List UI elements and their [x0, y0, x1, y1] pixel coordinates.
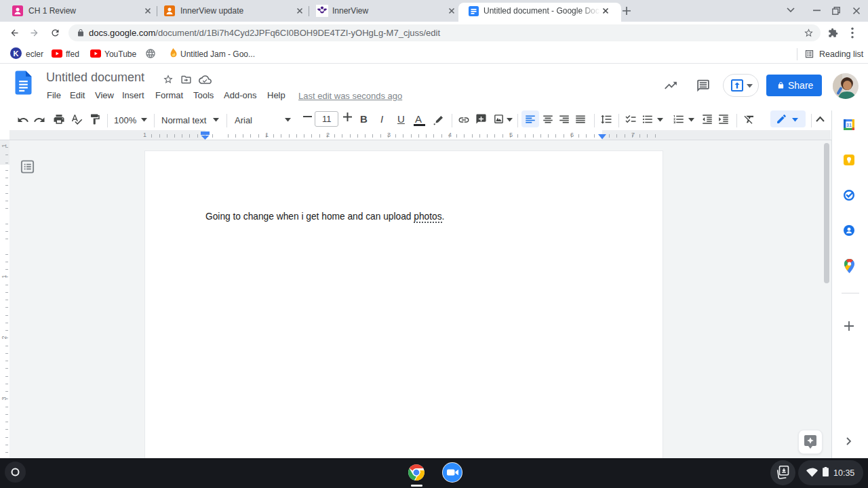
- svg-text:31: 31: [846, 123, 852, 127]
- svg-text:K: K: [14, 49, 19, 58]
